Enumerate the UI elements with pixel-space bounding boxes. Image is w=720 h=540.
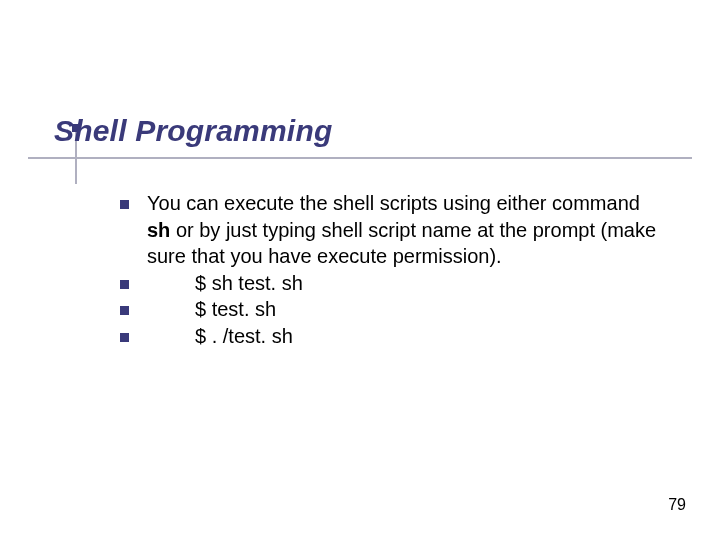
slide-title: Shell Programming — [54, 114, 332, 148]
body-content: You can execute the shell scripts using … — [120, 190, 660, 350]
square-bullet-icon — [120, 200, 129, 209]
page-number: 79 — [668, 496, 686, 514]
body-main-text: You can execute the shell scripts using … — [147, 190, 660, 270]
example-text-3: $ . /test. sh — [147, 323, 660, 350]
slide: Shell Programming You can execute the sh… — [0, 0, 720, 540]
title-horizontal-rule — [28, 157, 692, 159]
bullet-row-example-3: $ . /test. sh — [120, 323, 660, 350]
body-main-bold: sh — [147, 219, 170, 241]
title-container: Shell Programming — [54, 114, 332, 148]
square-bullet-icon — [120, 280, 129, 289]
bullet-row-main: You can execute the shell scripts using … — [120, 190, 660, 270]
bullet-row-example-2: $ test. sh — [120, 296, 660, 323]
body-main-pre: You can execute the shell scripts using … — [147, 192, 640, 214]
example-text-1: $ sh test. sh — [147, 270, 660, 297]
square-bullet-icon — [120, 333, 129, 342]
square-bullet-icon — [120, 306, 129, 315]
body-main-post: or by just typing shell script name at t… — [147, 219, 656, 268]
bullet-row-example-1: $ sh test. sh — [120, 270, 660, 297]
example-text-2: $ test. sh — [147, 296, 660, 323]
